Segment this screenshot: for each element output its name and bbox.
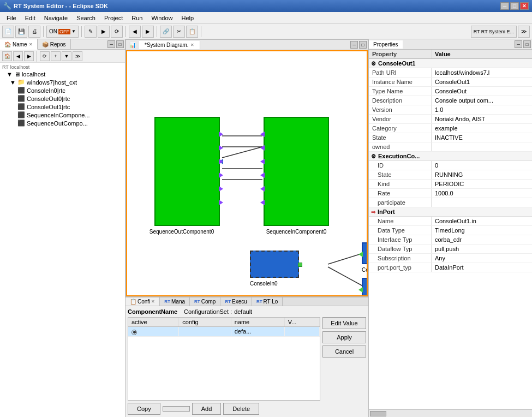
consoleout0-label: ConsoleOut0 xyxy=(362,267,368,273)
tree-localhost-label: localhost xyxy=(22,71,45,78)
apply-button[interactable]: Apply xyxy=(322,331,366,343)
footer-btn2[interactable] xyxy=(163,406,190,412)
key-subscription: Subscription xyxy=(369,254,432,263)
config-table-area: active config name V... xyxy=(128,317,320,401)
diagram-tab-active[interactable]: *System Diagram. ✕ xyxy=(139,41,200,49)
props-minimize[interactable]: ─ xyxy=(515,40,522,48)
title-bar: 🔧 RT System Editor - - Eclipse SDK ─ □ ✕ xyxy=(0,0,532,12)
toolbar-print[interactable]: 🖨 xyxy=(28,26,40,38)
maximize-button[interactable]: □ xyxy=(510,2,519,10)
consolein-component[interactable] xyxy=(250,251,299,278)
toolbar-cut[interactable]: ✂ xyxy=(173,26,185,38)
tree-item-seqin[interactable]: ⬛ SequenceInCompone... xyxy=(1,111,124,119)
edit-value-button[interactable]: Edit Value xyxy=(322,317,366,329)
tree-back[interactable]: ◀ xyxy=(13,51,23,61)
tree-item-consoleout1[interactable]: ⬛ ConsoleOut1|rtc xyxy=(1,103,124,111)
bottom-tab-execu[interactable]: RT Execu xyxy=(220,297,252,306)
tree-home[interactable]: 🏠 xyxy=(2,51,12,61)
delete-button[interactable]: Delete xyxy=(223,403,259,415)
diagram-tab-close[interactable]: ✕ xyxy=(190,43,194,47)
tree-windows7-label: windows7|host_cxt xyxy=(27,79,77,86)
diagram-canvas[interactable]: SequenceOutComponent0 SequenceInComponen… xyxy=(126,50,368,296)
cancel-button[interactable]: Cancel xyxy=(322,345,366,358)
tree-item-seqout[interactable]: ⬛ SequenceOutCompo... xyxy=(1,119,124,127)
tree-seqout-label: SequenceOutCompo... xyxy=(27,120,88,127)
props-row-category: Category example xyxy=(369,124,532,133)
tab-name[interactable]: 🏠 Name ✕ xyxy=(0,39,38,50)
toolbar-back[interactable]: ◀ xyxy=(129,26,141,38)
bottom-tab-comp[interactable]: RT Comp xyxy=(190,297,220,306)
tree-item-consolein0[interactable]: ⬛ ConsoleIn0|rtc xyxy=(1,86,124,94)
tree-more[interactable]: ≫ xyxy=(73,51,82,61)
toolbar-new[interactable]: 📄 xyxy=(2,26,14,38)
tree-item-localhost[interactable]: ▼ 🖥 localhost xyxy=(1,70,124,78)
bottom-tab-confi[interactable]: 📋 Confi ✕ xyxy=(125,297,160,306)
left-panel-maximize[interactable]: □ xyxy=(116,40,124,48)
toolbar-btn2[interactable]: ▶ xyxy=(98,26,110,38)
diagram-controls: ─ □ xyxy=(349,40,368,50)
diagram-maximize[interactable]: □ xyxy=(359,41,367,49)
comp-icon4: ⬛ xyxy=(17,111,25,118)
tab-repos[interactable]: 📦 Repos xyxy=(38,39,71,49)
toolbar-fwd[interactable]: ▶ xyxy=(142,26,154,38)
svg-line-5 xyxy=(328,253,363,264)
consoleout0-component[interactable] xyxy=(362,242,368,264)
toolbar-connect[interactable]: 🔗 xyxy=(160,26,172,38)
copy-button[interactable]: Copy xyxy=(128,403,160,415)
seqin-port6 xyxy=(260,200,265,205)
toolbar-dropdown[interactable]: ONOFF ▼ xyxy=(46,26,79,38)
menu-run[interactable]: Run xyxy=(127,14,147,22)
col-active: active xyxy=(128,318,179,327)
seqin-component[interactable] xyxy=(264,117,329,226)
menu-edit[interactable]: Edit xyxy=(21,14,40,22)
app-icon: 🔧 xyxy=(3,2,11,10)
configset-value: default xyxy=(234,308,252,315)
seqout-port4 xyxy=(219,172,223,178)
props-maximize[interactable]: □ xyxy=(523,40,531,48)
toolbar-btn3[interactable]: ⟳ xyxy=(111,26,123,38)
props-horiz-scroll[interactable] xyxy=(369,409,532,417)
config-body: active config name V... xyxy=(128,317,366,401)
tree-fwd[interactable]: ▶ xyxy=(24,51,34,61)
toolbar-btn1[interactable]: ✎ xyxy=(85,26,97,38)
toolbar-save[interactable]: 💾 xyxy=(15,26,27,38)
confi-close[interactable]: ✕ xyxy=(151,299,155,304)
left-panel-minimize[interactable]: ─ xyxy=(107,40,115,48)
tree-filter[interactable]: ▼ xyxy=(62,51,71,61)
tree-item-rt[interactable]: RT localhost xyxy=(1,64,124,70)
config-row-1[interactable]: defa... xyxy=(128,327,320,337)
toolbar-extra[interactable]: ≫ xyxy=(518,26,530,38)
minimize-button[interactable]: ─ xyxy=(500,2,509,10)
config-footer: Copy Add Delete xyxy=(128,403,366,415)
right-panel-controls: ─ □ xyxy=(513,39,532,49)
close-button[interactable]: ✕ xyxy=(520,2,529,10)
tab-properties[interactable]: Properties xyxy=(369,40,403,49)
diagram-minimize[interactable]: ─ xyxy=(350,41,358,49)
menu-navigate[interactable]: Navigate xyxy=(40,14,72,22)
val-pathuri: localhost/windows7.l xyxy=(432,68,532,77)
diagram-tab-label: *System Diagram. xyxy=(145,42,189,48)
menu-file[interactable]: File xyxy=(2,14,21,22)
menu-project[interactable]: Project xyxy=(100,14,127,22)
consoleout1-component[interactable] xyxy=(362,278,368,296)
menu-window[interactable]: Window xyxy=(147,14,177,22)
tree-refresh[interactable]: ⟳ xyxy=(40,51,50,61)
bottom-tab-rtlo[interactable]: RT RT Lo xyxy=(252,297,283,306)
toolbar: 📄 💾 🖨 ONOFF ▼ ✎ ▶ ⟳ ◀ ▶ 🔗 ✂ 📋 RT RT Syst… xyxy=(0,24,532,39)
props-table: ⚙ ConsoleOut1 Path URI localhost/windows… xyxy=(369,59,532,409)
toolbar-rt-sys[interactable]: RT RT System E... xyxy=(471,26,517,38)
col-config-val xyxy=(179,327,231,337)
tree-add[interactable]: + xyxy=(51,51,61,61)
section-icon-inport: ➡ xyxy=(371,209,375,215)
menu-help[interactable]: Help xyxy=(177,14,199,22)
toolbar-copy[interactable]: 📋 xyxy=(186,26,198,38)
add-button[interactable]: Add xyxy=(192,403,222,415)
tree-item-windows7[interactable]: ▼ 📁 windows7|host_cxt xyxy=(1,78,124,86)
tab-name-close[interactable]: ✕ xyxy=(29,42,33,47)
bottom-tab-mana[interactable]: RT Mana xyxy=(160,297,190,306)
seqout-component[interactable] xyxy=(154,117,220,226)
val-instancename: ConsoleOut1 xyxy=(432,78,532,86)
tree-item-consoleout0[interactable]: ⬛ ConsoleOut0|rtc xyxy=(1,94,124,103)
menu-search[interactable]: Search xyxy=(72,14,100,22)
props-scroll-thumb[interactable] xyxy=(370,411,386,416)
